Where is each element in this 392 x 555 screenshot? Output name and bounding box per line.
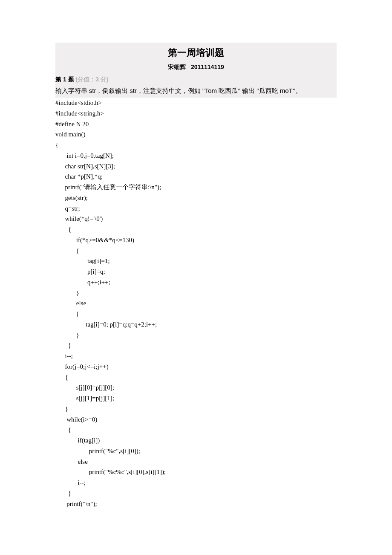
code-line: tag[i]=1; xyxy=(55,256,337,266)
header-block: 第一周培训题 宋细辉 2011114119 第 1 题 (分值：3 分) 输入字… xyxy=(55,43,337,98)
code-line: p[i]=q; xyxy=(55,266,337,277)
author-id: 2011114119 xyxy=(191,64,224,70)
author-line: 宋细辉 2011114119 xyxy=(55,61,337,74)
code-line: #define N 20 xyxy=(55,119,337,130)
code-line: int i=0,j=0,tag[N]; xyxy=(55,150,337,161)
code-block: #include<stdio.h>#include<string.h>#defi… xyxy=(55,98,337,509)
question-score: (分值：3 分) xyxy=(75,76,108,83)
desc-code: str xyxy=(130,87,137,94)
code-line: i--; xyxy=(55,351,337,361)
code-line: else xyxy=(55,457,337,467)
desc-code: Tom xyxy=(205,87,219,94)
code-line: { xyxy=(55,425,337,435)
code-line: } xyxy=(55,488,337,499)
code-line: { xyxy=(55,372,337,383)
code-line: printf("请输入任意一个字符串:\n"); xyxy=(55,182,337,193)
code-line: } xyxy=(55,288,337,298)
code-line: if(tag[i]) xyxy=(55,435,337,446)
document-title: 第一周培训题 xyxy=(55,43,337,61)
desc-code: moT xyxy=(280,87,293,94)
code-line: printf("%c",s[i][0]); xyxy=(55,446,337,457)
desc-text: ，注意支持中文，例如 " xyxy=(137,87,205,94)
code-line: char *p[N],*q; xyxy=(55,171,337,182)
code-line: printf("%c%c",s[i][0],s[i][1]); xyxy=(55,467,337,477)
question-header: 第 1 题 (分值：3 分) xyxy=(55,74,337,85)
code-line: { xyxy=(55,309,337,319)
question-description: 输入字符串 str，倒叙输出 str，注意支持中文，例如 "Tom 吃西瓜" 输… xyxy=(55,85,337,98)
question-label: 第 1 题 xyxy=(55,76,74,83)
code-line: { xyxy=(55,246,337,256)
code-line: while(i>=0) xyxy=(55,414,337,425)
code-line: q=str; xyxy=(55,203,337,214)
code-line: tag[i]=0; p[i]=q;q=q+2;i++; xyxy=(55,319,337,330)
code-line: void main() xyxy=(55,129,337,140)
code-line: if(*q>=0&&*q<=130) xyxy=(55,235,337,246)
desc-code: str xyxy=(89,87,96,94)
author-name: 宋细辉 xyxy=(168,64,186,70)
code-line: #include<string.h> xyxy=(55,108,337,119)
code-line: } xyxy=(55,330,337,341)
code-line: s[j][1]=p[j][1]; xyxy=(55,393,337,404)
code-line: else xyxy=(55,298,337,309)
code-line: } xyxy=(55,404,337,414)
desc-text: 吃西瓜" 输出 "瓜西吃 xyxy=(219,87,280,94)
code-line: #include<stdio.h> xyxy=(55,98,337,108)
code-line: s[j][0]=p[j][0]; xyxy=(55,382,337,393)
desc-text: ，倒叙输出 xyxy=(96,87,130,94)
code-line: char str[N],s[N][3]; xyxy=(55,161,337,172)
code-line: } xyxy=(55,340,337,351)
code-line: { xyxy=(55,224,337,235)
code-line: i--; xyxy=(55,477,337,488)
code-line: gets(str); xyxy=(55,193,337,203)
code-line: while(*q!='\0') xyxy=(55,214,337,224)
document-page: 第一周培训题 宋细辉 2011114119 第 1 题 (分值：3 分) 输入字… xyxy=(0,0,392,552)
code-line: q++;i++; xyxy=(55,277,337,288)
code-line: printf("\n"); xyxy=(55,499,337,509)
code-line: for(j=0;j<=i;j++) xyxy=(55,361,337,372)
desc-text: 输入字符串 xyxy=(55,87,89,94)
code-line: { xyxy=(55,140,337,150)
desc-text: "。 xyxy=(293,87,302,94)
